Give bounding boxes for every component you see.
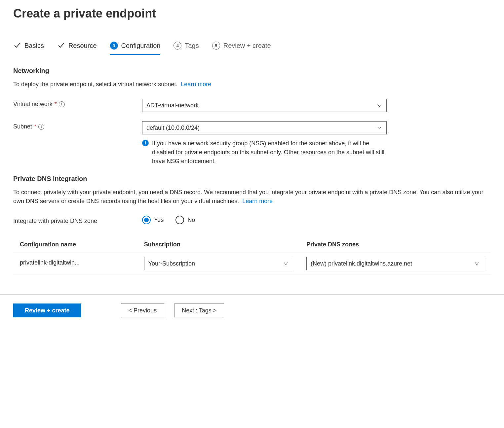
table-row: privatelink-digitaltwin... Your-Subscrip… [13,253,491,274]
integrate-dns-yes-radio[interactable]: Yes [142,216,164,224]
dns-learn-more-link[interactable]: Learn more [242,198,273,204]
required-asterisk: * [34,123,36,130]
tab-label: Basics [24,42,44,50]
dns-zone-dropdown[interactable]: (New) privatelink.digitaltwins.azure.net [306,257,484,270]
config-name-value: privatelink-digitaltwin... [20,259,80,266]
chevron-down-icon [283,261,289,267]
subnet-value: default (10.0.0.0/24) [146,125,200,131]
tab-review-create[interactable]: 5 Review + create [212,40,271,55]
subnet-label: Subnet [13,123,32,130]
vnet-dropdown[interactable]: ADT-virtual-network [142,99,387,112]
radio-label: No [187,217,195,224]
review-create-button[interactable]: Review + create [13,303,81,317]
tab-tags[interactable]: 4 Tags [174,40,199,55]
wizard-footer: Review + create < Previous Next : Tags > [13,294,491,317]
subnet-info-message: i If you have a network security group (… [142,139,387,166]
networking-heading: Networking [13,67,491,75]
radio-label: Yes [154,217,164,224]
tab-label: Resource [68,42,97,50]
required-asterisk: * [55,101,57,108]
info-icon: i [142,140,149,146]
tab-label: Review + create [223,42,271,50]
step-number-icon: 4 [174,42,181,50]
dns-config-table: Configuration name Subscription Private … [13,236,491,274]
integrate-dns-no-radio[interactable]: No [175,216,195,224]
integrate-dns-radio-group: Yes No [142,216,387,224]
info-icon[interactable]: i [59,101,65,107]
check-icon [13,42,21,50]
step-number-icon: 3 [110,42,118,50]
vnet-label: Virtual network [13,101,53,108]
col-dns-zones: Private DNS zones [300,236,491,253]
chevron-down-icon [376,125,382,131]
networking-learn-more-link[interactable]: Learn more [181,81,211,88]
tab-resource[interactable]: Resource [57,40,97,55]
check-icon [57,42,65,50]
col-config-name: Configuration name [13,236,137,253]
col-subscription: Subscription [137,236,300,253]
previous-button[interactable]: < Previous [121,303,165,317]
dns-zone-value: (New) privatelink.digitaltwins.azure.net [311,260,412,267]
chevron-down-icon [474,261,480,267]
dns-heading: Private DNS integration [13,175,491,183]
page-title: Create a private endpoint [13,7,491,20]
info-icon[interactable]: i [38,124,44,130]
tab-label: Configuration [121,42,161,50]
step-number-icon: 5 [212,42,220,50]
next-button[interactable]: Next : Tags > [174,303,224,317]
networking-desc: To deploy the private endpoint, select a… [13,80,491,89]
subscription-dropdown[interactable]: Your-Subscription [144,257,293,270]
integrate-dns-label: Integrate with private DNS zone [13,218,97,225]
vnet-value: ADT-virtual-network [146,102,199,109]
subnet-dropdown[interactable]: default (10.0.0.0/24) [142,121,387,134]
wizard-tabs: Basics Resource 3 Configuration 4 Tags 5… [13,40,491,55]
tab-label: Tags [185,42,199,50]
tab-configuration[interactable]: 3 Configuration [110,40,161,55]
tab-basics[interactable]: Basics [13,40,44,55]
dns-desc: To connect privately with your private e… [13,188,491,206]
subscription-value: Your-Subscription [148,260,195,267]
chevron-down-icon [376,102,382,108]
